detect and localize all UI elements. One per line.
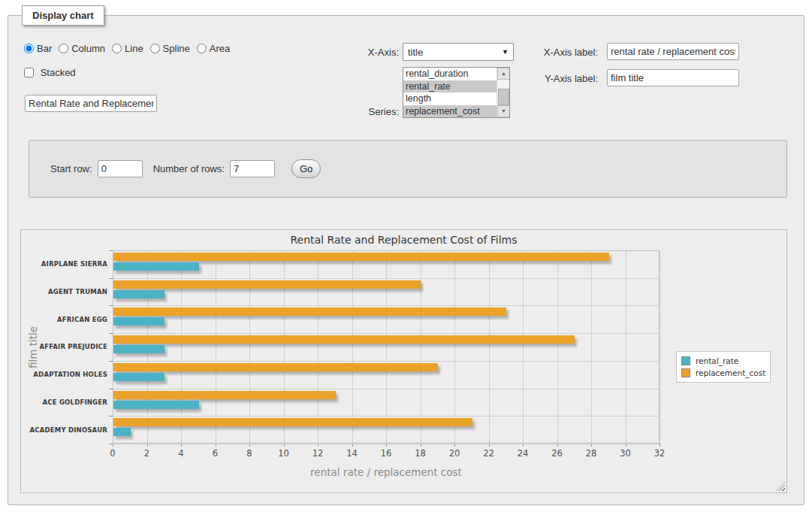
x-tick-label: 22	[474, 448, 504, 459]
legend-swatch-replacement_cost	[681, 368, 690, 377]
category-label: ACE GOLDFINGER	[21, 389, 107, 417]
x-tick-label: 30	[611, 448, 641, 459]
scroll-down-icon[interactable]: ▼	[497, 105, 510, 117]
display-chart-fieldset: Display chart BarColumnLineSplineArea St…	[8, 15, 804, 505]
chart-type-radio-spline[interactable]	[150, 44, 160, 53]
series-option-length[interactable]: length	[403, 92, 497, 105]
x-axis-label-input[interactable]	[607, 43, 739, 60]
chart-title: Rental Rate and Replacement Cost of Film…	[21, 234, 786, 246]
x-tick-label: 18	[406, 448, 436, 459]
x-axis-select[interactable]: title ▼	[403, 43, 514, 61]
chart-type-option-bar[interactable]: Bar	[24, 43, 52, 54]
x-axis-select-label: X-Axis:	[339, 47, 399, 58]
category-label: AGENT TRUMAN	[21, 278, 107, 306]
fieldset-legend: Display chart	[22, 5, 104, 26]
legend-swatch-rental_rate	[681, 356, 690, 365]
x-tickmark	[660, 444, 660, 447]
legend-entry: replacement_cost	[681, 367, 765, 379]
series-select-label: Series:	[339, 106, 399, 117]
chart-type-radio-area[interactable]	[197, 44, 207, 53]
start-row-input[interactable]	[98, 160, 143, 177]
x-tick-label: 26	[542, 448, 572, 459]
x-tick-label: 20	[439, 448, 469, 459]
plot-border	[113, 250, 660, 444]
category-label: AIRPLANE SIERRA	[21, 250, 107, 278]
x-tick-label: 28	[576, 448, 606, 459]
stacked-option[interactable]: Stacked	[24, 65, 76, 80]
series-option-rental_rate[interactable]: rental_rate	[403, 80, 497, 93]
x-tick-label: 24	[508, 448, 538, 459]
legend-entry: rental_rate	[681, 355, 765, 367]
chart-panel: Rental Rate and Replacement Cost of Film…	[20, 229, 787, 493]
chart-type-radio-column[interactable]	[59, 44, 68, 53]
series-option-rental_duration[interactable]: rental_duration	[403, 68, 497, 80]
x-tick-label: 16	[371, 448, 401, 459]
chart-type-option-line[interactable]: Line	[112, 43, 143, 54]
chart-y-axis-label: film title	[27, 326, 39, 368]
x-tick-label: 6	[201, 448, 231, 459]
legend-label: rental_rate	[696, 356, 738, 365]
series-option-replacement_cost[interactable]: replacement_cost	[403, 105, 497, 118]
x-tick-label: 0	[98, 448, 128, 459]
x-tick-label: 32	[644, 448, 675, 459]
chart-type-radio-bar[interactable]	[24, 44, 34, 53]
stacked-label: Stacked	[41, 67, 76, 78]
num-rows-label: Number of rows:	[153, 163, 225, 174]
scroll-up-icon[interactable]: ▲	[497, 68, 510, 80]
series-listbox-options: rental_durationrental_ratelengthreplacem…	[403, 68, 497, 117]
chart-type-option-area[interactable]: Area	[197, 43, 230, 54]
x-tick-label: 14	[337, 448, 367, 459]
series-scrollbar[interactable]: ▲ ▼	[497, 68, 509, 117]
start-row-label: Start row:	[50, 163, 92, 174]
x-tick-label: 4	[166, 448, 196, 459]
go-button[interactable]: Go	[291, 159, 321, 178]
y-axis-label-label: Y-Axis label:	[538, 73, 598, 84]
y-axis-label-input[interactable]	[607, 69, 739, 86]
chart-type-option-column[interactable]: Column	[59, 43, 105, 54]
stacked-checkbox[interactable]	[24, 68, 34, 77]
chart-x-axis-label: rental rate / replacement cost	[113, 466, 660, 478]
resize-grip-icon[interactable]	[776, 482, 785, 491]
series-listbox[interactable]: rental_durationrental_ratelengthreplacem…	[403, 67, 510, 118]
x-tick-label: 10	[269, 448, 299, 459]
x-tick-label: 2	[132, 448, 162, 459]
num-rows-input[interactable]	[230, 160, 275, 177]
x-tick-label: 12	[303, 448, 333, 459]
rows-panel: Start row: Number of rows: Go	[29, 140, 787, 198]
legend-label: replacement_cost	[696, 368, 765, 377]
chart-type-option-spline[interactable]: Spline	[150, 43, 190, 54]
x-tick-label: 8	[234, 448, 264, 459]
x-axis-label-label: X-Axis label:	[538, 47, 598, 58]
category-label: ACADEMY DINOSAUR	[21, 416, 107, 444]
chevron-down-icon: ▼	[502, 48, 509, 56]
scrollbar-thumb[interactable]	[498, 89, 509, 105]
chart-type-group: BarColumnLineSplineArea	[24, 41, 237, 56]
chart-legend: rental_ratereplacement_cost	[676, 351, 771, 383]
x-axis-select-value: title	[408, 47, 502, 58]
y-tickmark	[109, 444, 113, 444]
gridline-v	[660, 250, 660, 444]
chart-type-radio-line[interactable]	[112, 44, 122, 53]
gridline-h	[113, 444, 660, 444]
chart-title-input[interactable]	[25, 95, 157, 112]
